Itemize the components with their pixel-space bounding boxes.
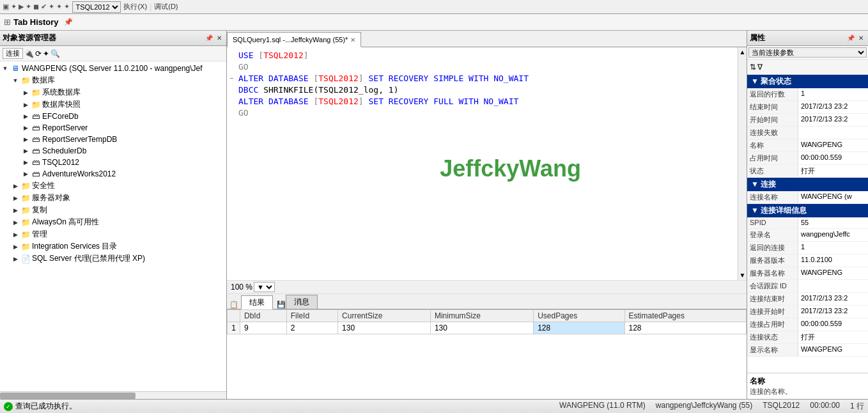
tree-replication-node[interactable]: ▶ 📁 复制 [0,204,226,216]
schedulerdb-icon: 🗃 [31,146,41,156]
results-tab-icon: 📋 [229,300,238,309]
toolbar-execute[interactable]: 执行(X) [123,2,147,12]
expand-schedulerdb[interactable]: ▶ [20,146,31,156]
replication-icon: 📁 [20,205,31,215]
toolbar-icon-3[interactable]: ✦ [43,49,49,58]
tree-system-db-node[interactable]: ▶ 📁 系统数据库 [0,86,226,98]
prop-section-conndetail[interactable]: ▼ 连接详细信息 [747,204,868,217]
tree-alwayson-node[interactable]: ▶ 📁 AlwaysOn 高可用性 [0,216,226,228]
results-tab-message-label: 消息 [294,297,309,308]
tree-security-node[interactable]: ▶ 📁 安全性 [0,180,226,192]
tree-reportservertempdb-node[interactable]: ▶ 🗃 ReportServerTempDB [0,134,226,145]
tree-databases-node[interactable]: ▼ 📁 数据库 [0,74,226,86]
expand-snapshot[interactable]: ▶ [20,100,31,110]
reportserver-label: ReportServer [42,123,88,132]
expand-reportserver[interactable]: ▶ [20,123,31,133]
cell-estimatedpages: 128 [624,322,746,334]
cell-usedpages: 128 [534,322,624,334]
toolbar-debug[interactable]: 调试(D) [154,2,178,12]
tree-server-node[interactable]: ▼ 🖥 WANGPENG (SQL Server 11.0.2100 - wan… [0,63,226,74]
tree-serverobjects-node[interactable]: ▶ 📁 服务器对象 [0,192,226,204]
prop-section-conn-label: ▼ 连接 [751,180,776,189]
expand-system-db[interactable]: ▶ [20,88,31,98]
sql-editor[interactable]: USE [TSQL2012] GO − ALTER DATABASE [TSQL… [227,47,738,280]
connect-btn[interactable]: 连接 [3,48,23,59]
tree-reportserver-node[interactable]: ▶ 🗃 ReportServer [0,122,226,134]
prop-row-connfail: 连接失败 [747,127,868,139]
status-items: WANGPENG (11.0 RTM) wangpeng\JeffckyWang… [559,401,864,412]
tab-history-label: Tab History [13,17,59,27]
query-tab-label: SQLQuery1.sql -...JeffckyWang (55)* [233,36,348,43]
prop-row-retconn: 返回的连接 1 [747,242,868,254]
serverobjects-icon: 📁 [20,193,31,203]
toolbar-icon-2[interactable]: ⟳ [35,49,42,58]
expand-agent[interactable]: ▶ [10,254,20,264]
properties-title: 属性 [750,33,765,43]
expand-serverobjects[interactable]: ▶ [10,193,20,203]
expand-efcoredb[interactable]: ▶ [20,111,31,121]
expand-databases[interactable]: ▼ [10,75,20,86]
tree-efcoredb-node[interactable]: ▶ 🗃 EFCoreDb [0,111,226,122]
prop-row-name: 名称 WANGPENG [747,139,868,152]
results-save-icon[interactable]: 💾 [277,300,286,309]
expand-replication[interactable]: ▶ [10,205,20,215]
reportservertempdb-icon: 🗃 [31,134,41,144]
prop-section-conn[interactable]: ▼ 连接 [747,178,868,191]
status-success-area: ✓ 查询已成功执行。 [4,401,554,412]
expand-server[interactable]: ▼ [0,63,10,74]
prop-row-endtime: 结束时间 2017/2/13 23:2 [747,101,868,114]
scroll-up-arrow[interactable]: ▲ [740,47,746,56]
status-bar: ✓ 查询已成功执行。 WANGPENG (11.0 RTM) wangpeng\… [0,399,868,413]
expand-reportservertempdb[interactable]: ▶ [20,134,31,144]
prop-close-btn[interactable]: ✕ [856,34,865,43]
prop-filter-icon[interactable]: ∇ [757,63,763,72]
alwayson-label: AlwaysOn 高可用性 [32,217,99,228]
prop-dropdown[interactable]: 当前连接参数 [748,47,867,58]
tree-management-node[interactable]: ▶ 📁 管理 [0,228,226,240]
expand-adventureworks[interactable]: ▶ [20,169,31,179]
tab-history-pin[interactable]: 📌 [64,18,73,26]
tree-adventureworks-node[interactable]: ▶ 🗃 AdventureWorks2012 [0,168,226,180]
editor-line-6: GO [229,107,735,119]
results-area: DbId FileId CurrentSize MinimumSize Used… [227,309,747,399]
zoom-value: 100 % [231,283,252,292]
prop-pin-btn[interactable]: 📌 [846,34,855,43]
query-tab-bar: SQLQuery1.sql -...JeffckyWang (55)* ✕ [227,31,747,47]
close-btn[interactable]: ✕ [215,34,224,43]
query-tab-close[interactable]: ✕ [350,36,355,43]
expand-integration[interactable]: ▶ [10,242,20,252]
zoom-select[interactable]: ▼ [254,282,275,292]
status-time: 00:00:00 [810,401,840,412]
results-tab-result[interactable]: 结果 [241,295,273,309]
scroll-down-arrow[interactable]: ▼ [740,272,746,280]
query-tab-active[interactable]: SQLQuery1.sql -...JeffckyWang (55)* ✕ [227,32,361,47]
tree-agent-node[interactable]: ▶ 📄 SQL Server 代理(已禁用代理 XP) [0,253,226,265]
expand-management[interactable]: ▶ [10,230,20,240]
left-panel-hscrollbar[interactable] [0,391,226,399]
tree-schedulerdb-node[interactable]: ▶ 🗃 SchedulerDb [0,145,226,157]
toolbar-icons: ▣ ✦ ▶ ✦ ◼ ✔ ✦ ✦ ✦ [3,3,70,11]
tree-snapshot-node[interactable]: ▶ 📁 数据库快照 [0,98,226,111]
status-user: wangpeng\JeffckyWang (55) [656,401,752,412]
results-tab-message[interactable]: 消息 [286,295,318,309]
results-tab-result-label: 结果 [249,297,265,308]
tree-integration-node[interactable]: ▶ 📁 Integration Services 目录 [0,240,226,253]
pin-btn[interactable]: 📌 [205,34,213,43]
schedulerdb-label: SchedulerDb [42,146,86,155]
prop-section-aggregate[interactable]: ▼ 聚合状态 [747,75,868,88]
integration-label: Integration Services 目录 [32,241,117,252]
cell-fileid: 2 [286,322,337,334]
expand-security[interactable]: ▶ [10,181,20,191]
prop-row-status: 状态 打开 [747,165,868,178]
editor-line-2: GO [229,61,735,73]
toolbar-icon-1[interactable]: 🔌 [24,49,34,58]
db-selector[interactable]: TSQL2012 [72,1,121,13]
toolbar-icon-4[interactable]: 🔍 [50,49,60,58]
cell-dbid: 9 [240,322,287,334]
tree-tsql2012-node[interactable]: ▶ 🗃 TSQL2012 [0,157,226,168]
results-tab-bar: 📋 结果 💾 消息 [227,294,747,309]
expand-alwayson[interactable]: ▶ [10,217,20,228]
databases-folder-icon: 📁 [20,75,31,86]
prop-sort-icon[interactable]: ⇅ [750,63,756,72]
expand-tsql2012[interactable]: ▶ [20,157,31,168]
